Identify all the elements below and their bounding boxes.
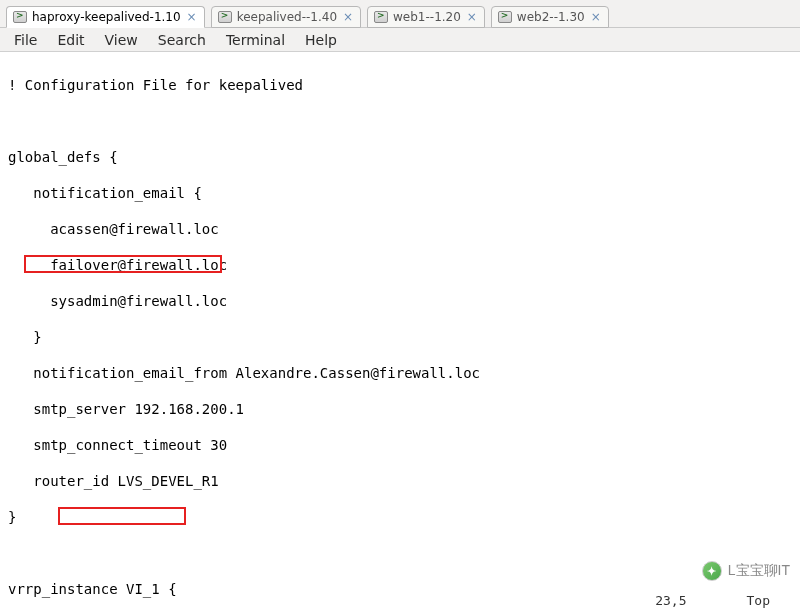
config-line: failover@firewall.loc	[8, 256, 792, 274]
menu-bar: File Edit View Search Terminal Help	[0, 28, 800, 52]
menu-edit[interactable]: Edit	[47, 29, 94, 51]
config-line: acassen@firewall.loc	[8, 220, 792, 238]
tab-label: web1--1.20	[393, 10, 461, 24]
status-bar: 23,5 Top	[655, 591, 800, 609]
terminal-icon	[374, 11, 388, 23]
menu-view[interactable]: View	[95, 29, 148, 51]
config-line: notification_email_from Alexandre.Cassen…	[8, 364, 792, 382]
terminal-icon	[218, 11, 232, 23]
config-line	[8, 544, 792, 562]
terminal-icon	[13, 11, 27, 23]
config-line	[8, 112, 792, 130]
menu-search[interactable]: Search	[148, 29, 216, 51]
cursor-position: 23,5	[655, 593, 686, 608]
terminal-icon	[498, 11, 512, 23]
tab-bar: haproxy-keepalived-1.10 × keepalived--1.…	[0, 0, 800, 28]
tab-web2[interactable]: web2--1.30 ×	[491, 6, 609, 28]
tab-keepalived[interactable]: keepalived--1.40 ×	[211, 6, 361, 28]
config-line: sysadmin@firewall.loc	[8, 292, 792, 310]
watermark-text: L宝宝聊IT	[728, 562, 790, 580]
editor-pane[interactable]: ! Configuration File for keepalived glob…	[0, 52, 800, 609]
config-line: router_id LVS_DEVEL_R1	[8, 472, 792, 490]
config-line: global_defs {	[8, 148, 792, 166]
config-line: smtp_connect_timeout 30	[8, 436, 792, 454]
wechat-logo-icon: ✦	[702, 561, 722, 581]
menu-file[interactable]: File	[4, 29, 47, 51]
tab-haproxy[interactable]: haproxy-keepalived-1.10 ×	[6, 6, 205, 28]
config-line: ! Configuration File for keepalived	[8, 76, 792, 94]
scroll-position: Top	[747, 593, 770, 608]
tab-label: haproxy-keepalived-1.10	[32, 10, 181, 24]
close-icon[interactable]: ×	[466, 11, 478, 23]
config-line: notification_email {	[8, 184, 792, 202]
menu-terminal[interactable]: Terminal	[216, 29, 295, 51]
tab-label: keepalived--1.40	[237, 10, 337, 24]
config-line: }	[8, 508, 792, 526]
watermark: ✦ L宝宝聊IT	[702, 561, 790, 581]
config-line: }	[8, 328, 792, 346]
menu-help[interactable]: Help	[295, 29, 347, 51]
tab-label: web2--1.30	[517, 10, 585, 24]
close-icon[interactable]: ×	[186, 11, 198, 23]
close-icon[interactable]: ×	[590, 11, 602, 23]
close-icon[interactable]: ×	[342, 11, 354, 23]
tab-web1[interactable]: web1--1.20 ×	[367, 6, 485, 28]
config-line: smtp_server 192.168.200.1	[8, 400, 792, 418]
